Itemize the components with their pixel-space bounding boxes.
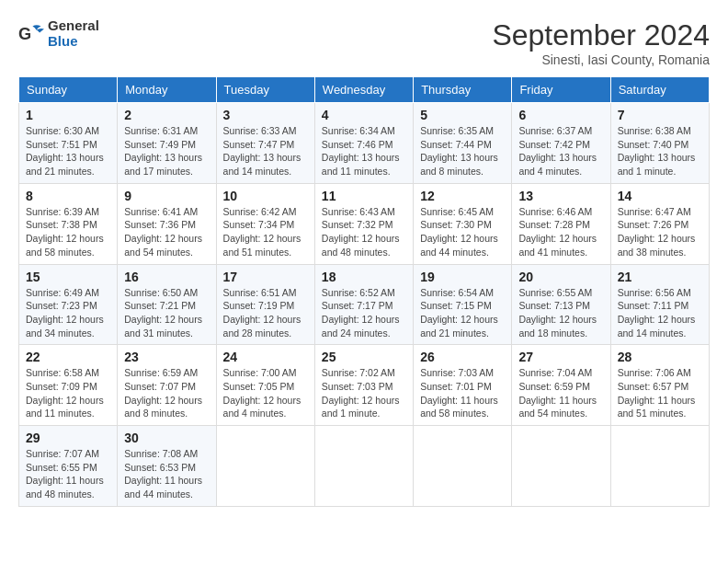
cell-info: Sunrise: 6:43 AMSunset: 7:32 PMDaylight:… [322, 206, 400, 258]
page-header: G General Blue September 2024 Sinesti, I… [18, 18, 710, 67]
table-row: 20 Sunrise: 6:55 AMSunset: 7:13 PMDaylig… [512, 264, 610, 345]
table-row: 3 Sunrise: 6:33 AMSunset: 7:47 PMDayligh… [216, 103, 314, 184]
cell-info: Sunrise: 6:37 AMSunset: 7:42 PMDaylight:… [518, 125, 597, 177]
table-row: 17 Sunrise: 6:51 AMSunset: 7:19 PMDaylig… [216, 264, 314, 345]
day-number: 27 [518, 350, 603, 364]
header-saturday: Saturday [610, 77, 709, 103]
day-number: 26 [420, 350, 505, 364]
table-row: 13 Sunrise: 6:46 AMSunset: 7:28 PMDaylig… [512, 183, 610, 264]
table-row: 4 Sunrise: 6:34 AMSunset: 7:46 PMDayligh… [314, 103, 413, 184]
cell-info: Sunrise: 6:56 AMSunset: 7:11 PMDaylight:… [618, 287, 696, 339]
cell-info: Sunrise: 6:34 AMSunset: 7:46 PMDaylight:… [322, 125, 400, 177]
header-monday: Monday [118, 77, 216, 103]
day-number: 28 [618, 350, 702, 364]
calendar-row: 1 Sunrise: 6:30 AMSunset: 7:51 PMDayligh… [19, 103, 710, 184]
header-tuesday: Tuesday [216, 77, 314, 103]
day-number: 11 [322, 189, 406, 203]
cell-info: Sunrise: 6:45 AMSunset: 7:30 PMDaylight:… [420, 206, 498, 258]
table-row: 21 Sunrise: 6:56 AMSunset: 7:11 PMDaylig… [610, 264, 709, 345]
cell-info: Sunrise: 6:52 AMSunset: 7:17 PMDaylight:… [322, 287, 400, 339]
header-row: Sunday Monday Tuesday Wednesday Thursday… [19, 77, 710, 103]
day-number: 19 [420, 270, 505, 284]
day-number: 12 [420, 189, 505, 203]
table-row: 22 Sunrise: 6:58 AMSunset: 7:09 PMDaylig… [19, 345, 118, 426]
cell-info: Sunrise: 6:39 AMSunset: 7:38 PMDaylight:… [26, 206, 104, 258]
cell-info: Sunrise: 6:58 AMSunset: 7:09 PMDaylight:… [26, 367, 104, 419]
table-row: 7 Sunrise: 6:38 AMSunset: 7:40 PMDayligh… [610, 103, 709, 184]
day-number: 15 [26, 270, 110, 284]
table-row: 6 Sunrise: 6:37 AMSunset: 7:42 PMDayligh… [512, 103, 610, 184]
day-number: 18 [322, 270, 406, 284]
table-row: 11 Sunrise: 6:43 AMSunset: 7:32 PMDaylig… [314, 183, 413, 264]
title-block: September 2024 Sinesti, Iasi County, Rom… [492, 18, 710, 67]
calendar-table: Sunday Monday Tuesday Wednesday Thursday… [18, 76, 710, 507]
table-row: 8 Sunrise: 6:39 AMSunset: 7:38 PMDayligh… [19, 183, 118, 264]
table-row: 26 Sunrise: 7:03 AMSunset: 7:01 PMDaylig… [414, 345, 512, 426]
cell-info: Sunrise: 6:51 AMSunset: 7:19 PMDaylight:… [223, 287, 301, 339]
cell-info: Sunrise: 6:50 AMSunset: 7:21 PMDaylight:… [124, 287, 202, 339]
table-row: 5 Sunrise: 6:35 AMSunset: 7:44 PMDayligh… [414, 103, 512, 184]
cell-info: Sunrise: 6:38 AMSunset: 7:40 PMDaylight:… [618, 125, 696, 177]
cell-info: Sunrise: 7:03 AMSunset: 7:01 PMDaylight:… [420, 367, 498, 419]
cell-info: Sunrise: 6:55 AMSunset: 7:13 PMDaylight:… [518, 287, 597, 339]
cell-info: Sunrise: 7:07 AMSunset: 6:55 PMDaylight:… [26, 448, 104, 500]
day-number: 20 [518, 270, 603, 284]
day-number: 4 [322, 108, 406, 122]
cell-info: Sunrise: 7:08 AMSunset: 6:53 PMDaylight:… [124, 448, 202, 500]
table-row: 19 Sunrise: 6:54 AMSunset: 7:15 PMDaylig… [414, 264, 512, 345]
table-row: 25 Sunrise: 7:02 AMSunset: 7:03 PMDaylig… [314, 345, 413, 426]
logo-blue: Blue [48, 33, 78, 49]
table-row: 14 Sunrise: 6:47 AMSunset: 7:26 PMDaylig… [610, 183, 709, 264]
table-row: 16 Sunrise: 6:50 AMSunset: 7:21 PMDaylig… [118, 264, 216, 345]
day-number: 6 [518, 108, 603, 122]
logo-general: General [48, 17, 99, 33]
calendar-row: 29 Sunrise: 7:07 AMSunset: 6:55 PMDaylig… [19, 426, 710, 507]
table-row: 2 Sunrise: 6:31 AMSunset: 7:49 PMDayligh… [118, 103, 216, 184]
location-subtitle: Sinesti, Iasi County, Romania [492, 52, 710, 67]
table-row [216, 426, 314, 507]
table-row [610, 426, 709, 507]
header-thursday: Thursday [414, 77, 512, 103]
calendar-row: 22 Sunrise: 6:58 AMSunset: 7:09 PMDaylig… [19, 345, 710, 426]
day-number: 23 [124, 350, 209, 364]
day-number: 16 [124, 270, 209, 284]
cell-info: Sunrise: 6:31 AMSunset: 7:49 PMDaylight:… [124, 125, 202, 177]
cell-info: Sunrise: 7:04 AMSunset: 6:59 PMDaylight:… [518, 367, 597, 419]
cell-info: Sunrise: 7:02 AMSunset: 7:03 PMDaylight:… [322, 367, 400, 419]
table-row: 10 Sunrise: 6:42 AMSunset: 7:34 PMDaylig… [216, 183, 314, 264]
cell-info: Sunrise: 6:42 AMSunset: 7:34 PMDaylight:… [223, 206, 301, 258]
table-row [314, 426, 413, 507]
svg-text:G: G [18, 24, 31, 42]
cell-info: Sunrise: 6:33 AMSunset: 7:47 PMDaylight:… [223, 125, 301, 177]
header-sunday: Sunday [19, 77, 118, 103]
day-number: 10 [223, 189, 308, 203]
cell-info: Sunrise: 6:30 AMSunset: 7:51 PMDaylight:… [26, 125, 104, 177]
table-row: 12 Sunrise: 6:45 AMSunset: 7:30 PMDaylig… [414, 183, 512, 264]
day-number: 22 [26, 350, 110, 364]
calendar-row: 15 Sunrise: 6:49 AMSunset: 7:23 PMDaylig… [19, 264, 710, 345]
day-number: 5 [420, 108, 505, 122]
cell-info: Sunrise: 6:54 AMSunset: 7:15 PMDaylight:… [420, 287, 498, 339]
day-number: 8 [26, 189, 110, 203]
cell-info: Sunrise: 7:00 AMSunset: 7:05 PMDaylight:… [223, 367, 301, 419]
table-row: 30 Sunrise: 7:08 AMSunset: 6:53 PMDaylig… [118, 426, 216, 507]
table-row: 23 Sunrise: 6:59 AMSunset: 7:07 PMDaylig… [118, 345, 216, 426]
cell-info: Sunrise: 6:59 AMSunset: 7:07 PMDaylight:… [124, 367, 202, 419]
table-row: 15 Sunrise: 6:49 AMSunset: 7:23 PMDaylig… [19, 264, 118, 345]
day-number: 1 [26, 108, 110, 122]
day-number: 30 [124, 431, 209, 445]
day-number: 24 [223, 350, 308, 364]
cell-info: Sunrise: 6:41 AMSunset: 7:36 PMDaylight:… [124, 206, 202, 258]
table-row: 24 Sunrise: 7:00 AMSunset: 7:05 PMDaylig… [216, 345, 314, 426]
day-number: 2 [124, 108, 209, 122]
day-number: 25 [322, 350, 406, 364]
day-number: 17 [223, 270, 308, 284]
day-number: 13 [518, 189, 603, 203]
table-row: 18 Sunrise: 6:52 AMSunset: 7:17 PMDaylig… [314, 264, 413, 345]
table-row [512, 426, 610, 507]
cell-info: Sunrise: 6:46 AMSunset: 7:28 PMDaylight:… [518, 206, 597, 258]
table-row: 1 Sunrise: 6:30 AMSunset: 7:51 PMDayligh… [19, 103, 118, 184]
logo-text-block: General Blue [48, 18, 99, 49]
day-number: 29 [26, 431, 110, 445]
cell-info: Sunrise: 6:47 AMSunset: 7:26 PMDaylight:… [618, 206, 696, 258]
